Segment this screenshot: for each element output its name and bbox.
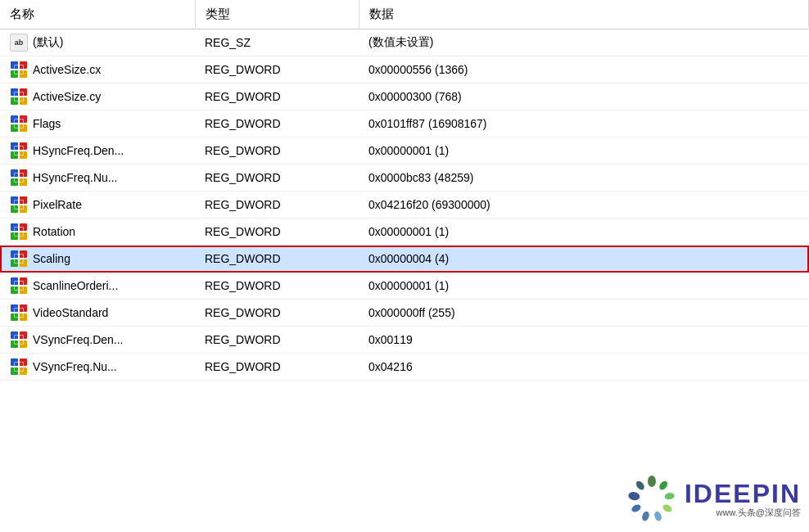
svg-rect-16: [15, 97, 18, 101]
dword-icon: [10, 196, 28, 214]
svg-rect-43: [15, 178, 18, 182]
cell-type: REG_DWORD: [195, 192, 359, 219]
svg-rect-6: [20, 65, 23, 69]
row-name-text: ActiveSize.cx: [33, 63, 101, 76]
svg-rect-79: [15, 286, 18, 290]
table-row[interactable]: ActiveSize.cyREG_DWORD0x00000300 (768): [0, 83, 809, 110]
dword-icon: [10, 331, 28, 349]
svg-rect-15: [20, 92, 23, 96]
cell-type: REG_DWORD: [195, 110, 359, 138]
cell-name: ScanlineOrderi...: [0, 273, 195, 300]
table-header-row: 名称 类型 数据: [0, 0, 809, 29]
table-row[interactable]: ab(默认)REG_SZ(数值未设置): [0, 29, 809, 56]
cell-data: 0x00000004 (4): [359, 246, 809, 273]
dword-icon: [10, 169, 28, 187]
svg-rect-25: [15, 124, 18, 128]
svg-rect-69: [20, 255, 23, 258]
svg-rect-44: [20, 178, 23, 182]
row-name-text: (默认): [33, 35, 63, 50]
spinner-logo-icon: [627, 475, 676, 524]
cell-type: REG_DWORD: [195, 219, 359, 246]
svg-point-111: [662, 503, 673, 514]
table-row[interactable]: VSyncFreq.Den...REG_DWORD0x00119: [0, 327, 809, 354]
header-name: 名称: [0, 0, 195, 29]
svg-rect-34: [15, 151, 18, 155]
watermark-logo: IDEEPIN www.头条@深度问答: [685, 480, 801, 519]
table-row[interactable]: HSyncFreq.Den...REG_DWORD0x00000001 (1): [0, 138, 809, 165]
header-data: 数据: [359, 0, 809, 29]
row-name-text: ScanlineOrderi...: [33, 279, 118, 292]
svg-rect-50: [15, 201, 18, 204]
cell-type: REG_DWORD: [195, 300, 359, 327]
row-name-text: Scaling: [33, 252, 70, 265]
dword-icon: [10, 358, 28, 376]
registry-table: 名称 类型 数据 ab(默认)REG_SZ(数值未设置) ActiveSize.…: [0, 0, 809, 381]
ab-icon: ab: [10, 34, 28, 52]
cell-name: Flags: [0, 110, 195, 138]
cell-data: 0x04216f20 (69300000): [359, 192, 809, 219]
svg-rect-33: [20, 147, 23, 150]
svg-rect-97: [15, 340, 18, 344]
svg-rect-35: [20, 151, 23, 155]
cell-name: HSyncFreq.Den...: [0, 138, 195, 165]
svg-rect-42: [20, 174, 23, 177]
svg-rect-32: [15, 147, 18, 150]
table-row[interactable]: VSyncFreq.Nu...REG_DWORD0x04216: [0, 354, 809, 381]
cell-type: REG_DWORD: [195, 83, 359, 110]
cell-name: VideoStandard: [0, 300, 195, 327]
svg-rect-80: [20, 286, 23, 290]
header-type: 类型: [195, 0, 359, 29]
dword-icon: [10, 277, 28, 295]
watermark: IDEEPIN www.头条@深度问答: [627, 475, 801, 524]
row-name-text: HSyncFreq.Den...: [33, 144, 124, 157]
cell-name: VSyncFreq.Den...: [0, 327, 195, 354]
table-row[interactable]: RotationREG_DWORD0x00000001 (1): [0, 219, 809, 246]
svg-rect-41: [15, 174, 18, 177]
dword-icon: [10, 250, 28, 268]
table-row[interactable]: ScalingREG_DWORD0x00000004 (4): [0, 246, 809, 273]
svg-rect-24: [20, 119, 23, 123]
svg-rect-14: [15, 92, 18, 96]
cell-type: REG_DWORD: [195, 246, 359, 273]
svg-rect-68: [15, 255, 18, 258]
dword-icon: [10, 142, 28, 160]
cell-data: 0x0101ff87 (16908167): [359, 110, 809, 138]
cell-type: REG_SZ: [195, 29, 359, 56]
svg-point-115: [628, 491, 641, 501]
cell-data: 0x00000001 (1): [359, 273, 809, 300]
table-row[interactable]: ScanlineOrderi...REG_DWORD0x00000001 (1): [0, 273, 809, 300]
table-row[interactable]: VideoStandardREG_DWORD0x000000ff (255): [0, 300, 809, 327]
svg-rect-8: [20, 70, 23, 74]
svg-rect-86: [15, 309, 18, 312]
svg-rect-26: [20, 124, 23, 128]
svg-rect-107: [20, 367, 23, 371]
svg-rect-62: [20, 232, 23, 236]
watermark-main-text: IDEEPIN: [685, 480, 801, 507]
cell-name: HSyncFreq.Nu...: [0, 165, 195, 192]
cell-data: (数值未设置): [359, 29, 809, 56]
cell-name: ActiveSize.cx: [0, 56, 195, 83]
svg-rect-88: [15, 313, 18, 317]
table-row[interactable]: HSyncFreq.Nu...REG_DWORD0x0000bc83 (4825…: [0, 165, 809, 192]
svg-rect-53: [20, 205, 23, 209]
cell-type: REG_DWORD: [195, 354, 359, 381]
svg-point-110: [664, 492, 675, 500]
table-row[interactable]: FlagsREG_DWORD0x0101ff87 (16908167): [0, 110, 809, 138]
svg-rect-52: [15, 205, 18, 209]
cell-data: 0x00000556 (1366): [359, 56, 809, 83]
svg-rect-7: [15, 70, 18, 74]
table-row[interactable]: PixelRateREG_DWORD0x04216f20 (69300000): [0, 192, 809, 219]
cell-data: 0x00000001 (1): [359, 138, 809, 165]
svg-rect-87: [20, 309, 23, 312]
cell-data: 0x0000bc83 (48259): [359, 165, 809, 192]
svg-point-113: [641, 511, 651, 522]
dword-icon: [10, 223, 28, 241]
cell-type: REG_DWORD: [195, 138, 359, 165]
svg-rect-60: [20, 228, 23, 231]
cell-type: REG_DWORD: [195, 273, 359, 300]
svg-rect-89: [20, 313, 23, 317]
table-row[interactable]: ActiveSize.cxREG_DWORD0x00000556 (1366): [0, 56, 809, 83]
cell-name: VSyncFreq.Nu...: [0, 354, 195, 381]
cell-type: REG_DWORD: [195, 327, 359, 354]
svg-rect-5: [15, 65, 18, 69]
